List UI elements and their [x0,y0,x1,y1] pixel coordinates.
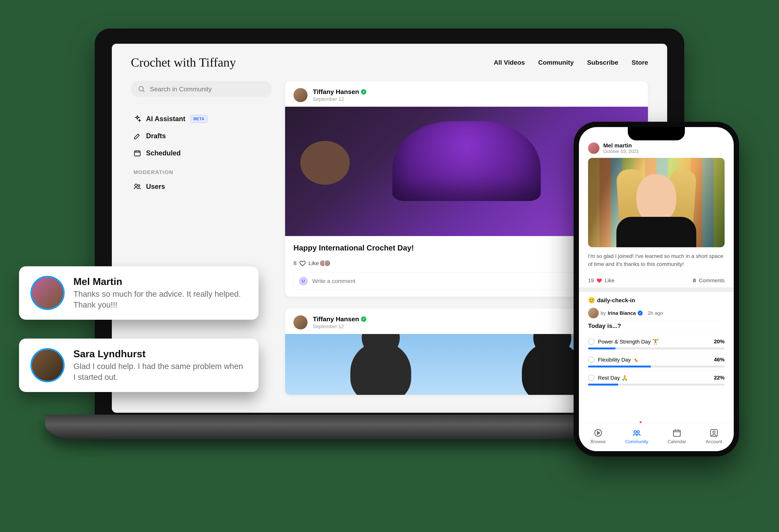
top-nav: All Videos Community Subscribe Store [494,59,648,66]
like-button[interactable]: 8 Like [293,260,331,267]
post-date: September 12 [313,96,366,102]
post-author[interactable]: Tiffany Hansen [313,315,359,323]
nav-store[interactable]: Store [632,59,648,66]
mob-like-button[interactable]: 19 Like [588,278,614,284]
section-divider [579,287,734,292]
mob-post-caption: I'm so glad I joined! I've learned so mu… [588,252,725,268]
search-icon [138,85,145,93]
search-box[interactable] [131,81,272,97]
poll-author[interactable]: Irina Bianca [608,310,636,316]
like-label: Like [308,260,319,267]
svg-point-7 [138,185,140,187]
poll-option[interactable]: Flexibility Day 🤸 46% [588,352,725,370]
poll-option-pct: 20% [714,339,725,345]
poll-byline: by Irina Bianca ✓ 2h ago [588,308,725,318]
heart-icon [596,278,602,284]
mob-post-actions: 19 Like 8 Comments [588,274,725,287]
like-count: 8 [293,260,297,267]
message-card[interactable]: Sara Lyndhurst Glad I could help. I had … [19,339,259,392]
poll-emoji-icon: 🙂 [588,297,595,303]
phone-screen: Mel martin October 03, 2023 I'm so glad … [579,127,734,451]
poll-question: Today is...? [588,320,725,334]
site-brand: Crochet with Tiffany [131,55,236,70]
avatar[interactable] [588,308,599,318]
site-header: Crochet with Tiffany All Videos Communit… [112,44,667,77]
mob-like-label: Like [605,278,614,284]
mob-post-head: Mel martin October 03, 2023 [588,142,725,154]
verified-icon: ✓ [361,89,366,95]
tab-browse[interactable]: Browse [591,428,606,444]
sidebar-drafts-label: Drafts [146,132,166,140]
pencil-icon [133,132,141,140]
svg-point-10 [637,431,640,433]
tab-label: Calendar [668,439,686,444]
poll-option-pct: 22% [714,375,725,381]
tabbar: Browse Community Calendar Account [579,424,734,451]
poll-option[interactable]: Power & Strength Day 🏋️ 20% [588,334,725,352]
mob-comments-count: 8 [693,278,696,283]
tab-label: Community [625,439,648,444]
avatar [31,276,65,310]
heart-outline-icon [299,260,306,267]
sidebar-ai-assistant[interactable]: AI Assistant BETA [131,110,272,127]
moderation-section-label: MODERATION [131,162,272,178]
svg-rect-11 [673,430,680,436]
tab-calendar[interactable]: Calendar [668,428,686,444]
beta-badge: BETA [190,115,207,123]
poll-option-label: Power & Strength Day 🏋️ [598,339,659,345]
user-square-icon [709,428,719,437]
nav-community[interactable]: Community [538,59,574,66]
radio-icon[interactable] [588,356,595,363]
tab-label: Browse [591,439,606,444]
sidebar-users[interactable]: Users [131,178,272,195]
sparkles-icon [133,115,141,123]
people-icon [632,428,641,437]
calendar-icon [672,428,681,437]
users-icon [133,183,141,190]
nav-all-videos[interactable]: All Videos [494,59,525,66]
verified-icon: ✓ [638,311,643,315]
radio-icon[interactable] [588,338,595,345]
svg-point-6 [135,184,137,187]
mob-post-author[interactable]: Mel martin [603,142,639,149]
message-author: Mel Martin [73,276,247,287]
sidebar-drafts[interactable]: Drafts [131,127,272,144]
sidebar-scheduled[interactable]: Scheduled [131,144,272,162]
message-body: Thanks so much for the advice. It really… [73,289,247,310]
poll-bar-fill [588,366,651,367]
liker-avatars [321,260,331,267]
play-circle-icon [594,428,603,437]
poll-bar-fill [588,383,618,386]
avatar[interactable] [588,142,599,154]
sidebar-ai-label: AI Assistant [146,115,185,123]
poll-by-prefix: by [601,310,606,316]
verified-icon: ✓ [361,316,366,322]
sidebar-scheduled-label: Scheduled [146,149,181,157]
tab-community[interactable]: Community [625,428,648,444]
message-body: Glad I could help. I had the same proble… [73,361,247,382]
radio-icon[interactable] [588,374,595,381]
mob-post-image[interactable] [588,158,725,247]
nav-subscribe[interactable]: Subscribe [587,59,618,66]
poll-head: 🙂 daily-check-in [588,292,725,305]
message-author: Sara Lyndhurst [73,348,247,359]
tab-label: Account [706,439,722,444]
svg-point-16 [713,431,715,433]
mob-like-count: 19 [588,278,594,284]
poll-option-label: Rest Day 🙏 [598,375,628,381]
avatar [31,348,65,382]
search-input[interactable] [150,85,265,93]
poll-tag[interactable]: daily-check-in [597,297,635,303]
comment-avatar: U [299,277,308,286]
poll-option[interactable]: Rest Day 🙏 22% [588,370,725,388]
avatar[interactable] [293,88,307,102]
svg-rect-2 [134,151,140,156]
post-author[interactable]: Tiffany Hansen [313,88,359,96]
mob-comments-label[interactable]: Comments [699,278,725,283]
message-card[interactable]: Mel Martin Thanks so much for the advice… [19,266,259,320]
svg-point-0 [139,86,143,91]
calendar-icon [133,149,141,157]
tab-account[interactable]: Account [706,428,722,444]
phone-frame: Mel martin October 03, 2023 I'm so glad … [574,122,739,457]
avatar[interactable] [293,315,307,330]
